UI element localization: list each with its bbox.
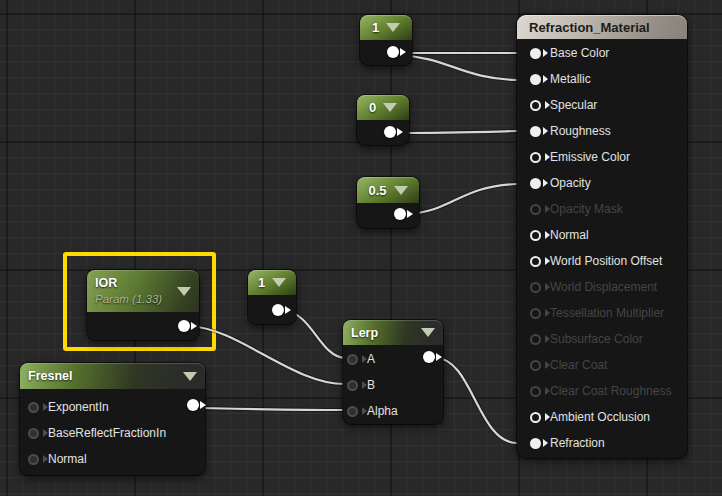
material-input-pin-emissive-color[interactable] [530,152,541,163]
material-pin-label: Specular [550,98,597,112]
output-pin[interactable] [384,126,396,138]
lerp-pin-label: A [367,352,375,366]
material-pin-label: Opacity [550,176,591,190]
constant-node-header[interactable]: 0.5 [357,177,419,203]
output-pin[interactable] [178,320,190,332]
output-pin[interactable] [272,304,284,316]
lerp-input-row: Alpha [343,398,443,424]
lerp-node-header[interactable]: Lerp [343,320,443,345]
node-title: Fresnel [28,369,72,383]
material-input-pin-tessellation-multiplier[interactable] [530,308,541,319]
fresnel-output-pin[interactable] [187,399,199,411]
constant-node-05[interactable]: 0.5 [357,177,419,228]
material-pin-label: Roughness [550,124,611,138]
dropdown-arrow-icon[interactable] [386,23,400,32]
constant-node-header[interactable]: 1 [248,270,296,295]
constant-node-header[interactable]: 0 [357,95,409,120]
fresnel-node[interactable]: Fresnel ExponentIn BaseReflectFractionIn… [20,363,205,475]
ior-header-text: IOR Param (1.33) [95,276,162,306]
lerp-input-pin-b[interactable] [347,380,358,391]
constant-node-body [357,203,419,228]
wire-lerp-to-refraction[interactable] [436,358,517,443]
lerp-pin-label: Alpha [367,404,398,418]
material-input-pin-opacity[interactable] [530,178,541,189]
constant-node-1-small[interactable]: 1 [248,270,296,324]
lerp-node[interactable]: Lerp A B Alpha [343,320,443,424]
output-pin[interactable] [387,46,399,58]
material-pin-label: World Displacement [550,280,657,294]
material-input-pin-clear-coat[interactable] [530,360,541,371]
material-pin-row: Clear Coat Roughness [517,378,687,404]
material-input-pin-specular[interactable] [530,100,541,111]
constant-node-body [357,120,409,145]
dropdown-arrow-icon[interactable] [183,372,197,381]
material-title: Refraction_Material [529,20,650,35]
material-input-pin-roughness[interactable] [530,126,541,137]
material-pin-row: World Displacement [517,274,687,300]
material-pin-row: Refraction [517,430,687,456]
material-pin-label: Clear Coat [550,358,607,372]
material-pin-label: Emissive Color [550,150,630,164]
material-pin-label: Refraction [550,436,605,450]
output-pin[interactable] [394,208,406,220]
lerp-output-pin[interactable] [423,351,435,363]
constant-value: 1 [372,20,379,35]
fresnel-pin-label: ExponentIn [48,400,109,414]
dropdown-arrow-icon[interactable] [421,328,435,337]
material-pin-row: Metallic [517,66,687,92]
material-pin-row: Clear Coat [517,352,687,378]
material-pin-label: Subsurface Color [550,332,643,346]
material-input-pin-base-color[interactable] [530,48,541,59]
wire-const05-to-opacity[interactable] [407,184,517,214]
fresnel-input-row: ExponentIn [20,394,205,420]
material-input-pin-normal[interactable] [530,230,541,241]
fresnel-input-pin-exponentin[interactable] [28,402,39,413]
material-input-pin-world-position-offset[interactable] [530,256,541,267]
ior-parameter-node[interactable]: IOR Param (1.33) [87,270,199,340]
material-input-pin-subsurface-color[interactable] [530,334,541,345]
lerp-input-pin-alpha[interactable] [347,406,358,417]
material-pin-row: Opacity Mask [517,196,687,222]
material-pin-row: Subsurface Color [517,326,687,352]
constant-node-header[interactable]: 1 [360,15,412,40]
lerp-input-row: B [343,372,443,398]
constant-value: 0.5 [368,183,386,198]
material-input-pin-ambient-occlusion[interactable] [530,412,541,423]
lerp-input-pin-a[interactable] [347,354,358,365]
material-pin-label: Opacity Mask [550,202,623,216]
material-input-pin-opacity-mask[interactable] [530,204,541,215]
material-pin-row: Opacity [517,170,687,196]
material-input-pin-metallic[interactable] [530,74,541,85]
dropdown-arrow-icon[interactable] [177,287,191,296]
dropdown-arrow-icon[interactable] [272,278,286,287]
material-pin-label: Normal [550,228,589,242]
constant-value: 0 [369,100,376,115]
dropdown-arrow-icon[interactable] [383,103,397,112]
material-pin-label: Tessellation Multiplier [550,306,664,320]
material-pin-label: World Position Offset [550,254,662,268]
material-graph-canvas[interactable]: 1 0 0.5 IOR Param (1.33) [0,0,722,496]
constant-node-1-top[interactable]: 1 [360,15,412,65]
material-pin-label: Clear Coat Roughness [550,384,671,398]
material-pin-row: Emissive Color [517,144,687,170]
ior-node-body [87,312,199,340]
material-node-header[interactable]: Refraction_Material [517,15,687,39]
wire-const0-to-roughness[interactable] [396,131,517,133]
wire-const1-to-metallic[interactable] [398,55,517,80]
material-pin-row: Ambient Occlusion [517,404,687,430]
node-title: IOR [95,276,162,292]
wire-fresnel-to-lerp-alpha[interactable] [200,408,345,410]
ior-node-header[interactable]: IOR Param (1.33) [87,270,199,312]
constant-node-body [248,295,296,324]
material-pin-label: Metallic [550,72,591,86]
fresnel-node-header[interactable]: Fresnel [20,363,205,389]
dropdown-arrow-icon[interactable] [394,186,408,195]
constant-node-0[interactable]: 0 [357,95,409,145]
material-input-pin-world-displacement[interactable] [530,282,541,293]
material-input-pin-clear-coat-roughness[interactable] [530,386,541,397]
fresnel-input-pin-normal[interactable] [28,454,39,465]
material-result-node[interactable]: Refraction_Material Base Color Metallic … [517,15,687,458]
fresnel-input-pin-basereflectfractionin[interactable] [28,428,39,439]
material-input-pin-refraction[interactable] [530,438,541,449]
material-pin-row: Tessellation Multiplier [517,300,687,326]
